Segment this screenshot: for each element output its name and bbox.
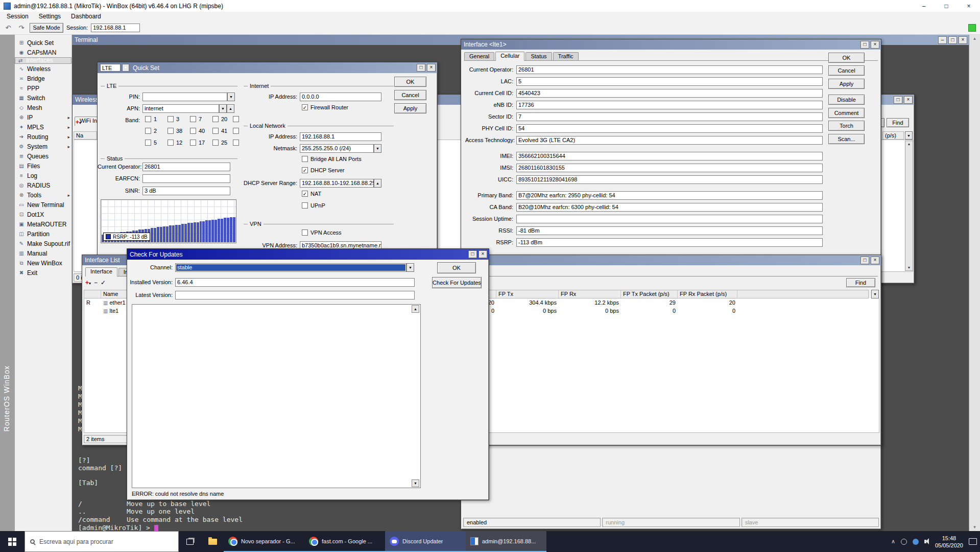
band-checkbox[interactable]: 17	[190, 139, 205, 146]
app-titlebar[interactable]: admin@192.168.88.1 (MikroTik) - WinBox (…	[0, 0, 980, 12]
columns-dropdown-icon[interactable]: ▼	[905, 131, 913, 140]
safe-mode-button[interactable]: Safe Mode	[30, 23, 63, 33]
task-view-button[interactable]	[179, 531, 201, 552]
session-field[interactable]: 192.168.88.1	[91, 24, 140, 32]
remove-button[interactable]: −	[94, 279, 98, 286]
chevron-up-icon[interactable]: ▲	[227, 104, 234, 113]
lac-field[interactable]: 5	[516, 77, 823, 86]
scroll-up-icon[interactable]: ▲	[973, 36, 977, 41]
sidebar-item-dot1x[interactable]: ⊡Dot1X	[15, 210, 71, 219]
uicc-field[interactable]: 8935101211928041698	[516, 175, 823, 184]
chevron-down-icon[interactable]: ▼	[227, 93, 235, 101]
close-icon[interactable]: ×	[959, 36, 967, 44]
current-cell-id-field[interactable]: 4540423	[516, 89, 823, 98]
disable-button[interactable]: Disable	[828, 95, 865, 105]
start-button[interactable]	[0, 531, 25, 552]
rssi-field[interactable]: -81 dBm	[516, 226, 823, 235]
restore-icon[interactable]: □	[417, 64, 425, 72]
chevron-up-icon[interactable]: ▲	[374, 179, 381, 188]
tray-app-icon[interactable]	[901, 539, 907, 545]
undo-icon[interactable]: ↶	[3, 23, 13, 32]
chevron-down-icon[interactable]: ▼	[219, 104, 227, 113]
minimize-icon[interactable]: –	[913, 0, 935, 12]
current-operator-field[interactable]: 26801	[516, 65, 823, 74]
sidebar-item-new-winbox[interactable]: ⧉New WinBox	[15, 258, 71, 268]
changelog-area[interactable]: ▲ ▼	[132, 304, 421, 488]
menu-settings[interactable]: Settings	[34, 12, 65, 20]
sector-id-field[interactable]: 7	[516, 112, 823, 121]
band-checkbox[interactable]: 1	[145, 116, 157, 123]
torch-button[interactable]: Torch	[828, 121, 865, 131]
mdi-scrollbar[interactable]: ▲ ▼	[969, 35, 980, 531]
close-icon[interactable]: ×	[958, 0, 980, 12]
imsi-field[interactable]: 268011601830155	[516, 164, 823, 172]
sidebar-item-tools[interactable]: ⊗Tools▸	[15, 190, 71, 200]
cancel-button[interactable]: Cancel	[828, 65, 865, 76]
restore-icon[interactable]: □	[861, 257, 869, 264]
nat-checkbox[interactable]: ✓NAT	[302, 190, 321, 197]
band-checkbox[interactable]: 38	[168, 127, 182, 134]
comment-button[interactable]: Comment	[828, 108, 865, 118]
sidebar-item-new-terminal[interactable]: ▭New Terminal	[15, 200, 71, 210]
find-button[interactable]: Find	[887, 118, 909, 127]
tab-traffic[interactable]: Traffic	[553, 52, 579, 60]
apply-button[interactable]: Apply	[828, 79, 865, 89]
column-header-fragment[interactable]: (p/s)	[882, 131, 904, 140]
enable-button[interactable]: ✓	[101, 279, 106, 286]
band-checkbox[interactable]: 3	[168, 116, 179, 123]
chevron-down-icon[interactable]: ▼	[122, 64, 129, 72]
sidebar-item-files[interactable]: ▤Files	[15, 161, 71, 171]
sidebar-item-manual[interactable]: ▥Manual	[15, 248, 71, 258]
menu-dashboard[interactable]: Dashboard	[66, 12, 106, 20]
lan-ip-field[interactable]: 192.168.88.1	[300, 132, 381, 141]
hidden-icons-chevron[interactable]: ∧	[891, 538, 895, 545]
internet-ip-field[interactable]: 0.0.0.0	[300, 93, 381, 101]
ok-button[interactable]: OK	[394, 77, 426, 87]
ok-button[interactable]: OK	[828, 53, 865, 63]
band-checkbox[interactable]: 7	[190, 116, 202, 123]
column-header-name[interactable]: Na	[74, 131, 97, 140]
sinr-field[interactable]: 3 dB	[142, 187, 230, 195]
action-center-icon[interactable]	[969, 538, 977, 545]
earfcn-field[interactable]	[142, 174, 230, 183]
lte-titlebar[interactable]: Interface <lte1> □ ×	[461, 39, 881, 50]
apn-field[interactable]: internet	[142, 104, 219, 113]
sidebar-item-wireless[interactable]: ∿Wireless	[15, 64, 71, 74]
phy-cell-id-field[interactable]: 54	[516, 124, 823, 133]
band-checkbox[interactable]: 25	[212, 139, 227, 146]
sidebar-item-bridge[interactable]: ≍Bridge	[15, 74, 71, 83]
terminal-prompt-line[interactable]: [admin@MikroTik] >	[78, 524, 158, 531]
maximize-icon[interactable]: □	[935, 0, 958, 12]
add-button[interactable]: +▾	[85, 279, 91, 286]
restore-icon[interactable]: □	[861, 41, 869, 49]
taskbar-app-discord[interactable]: Discord Updater	[385, 531, 466, 552]
imei-field[interactable]: 356662100315644	[516, 152, 823, 160]
chevron-down-icon[interactable]: ▼	[374, 144, 381, 153]
close-icon[interactable]: ×	[871, 257, 879, 264]
enb-id-field[interactable]: 17736	[516, 101, 823, 109]
firewall-router-checkbox[interactable]: ✓Firewall Router	[302, 104, 348, 111]
scroll-down-icon[interactable]: ▼	[412, 479, 419, 487]
scan-button[interactable]: Scan...	[828, 134, 865, 144]
primary-band-field[interactable]: B7@20Mhz earfcn: 2950 phy-cellid: 54	[516, 191, 823, 200]
taskbar-clock[interactable]: 15:48 05/05/2020	[935, 535, 963, 549]
bridge-all-lan-checkbox[interactable]: Bridge All LAN Ports	[302, 155, 362, 163]
taskbar-app-chrome-2[interactable]: fast.com - Google ...	[304, 531, 385, 552]
close-icon[interactable]: ×	[904, 96, 913, 104]
taskbar-app-chrome-1[interactable]: Novo separador - G...	[224, 531, 304, 552]
sidebar-item-metarouter[interactable]: ▣MetaROUTER	[15, 219, 71, 229]
current-operator-field[interactable]: 26801	[142, 163, 230, 171]
apply-button[interactable]: Apply	[394, 103, 426, 113]
redo-icon[interactable]: ↷	[16, 23, 27, 32]
restore-icon[interactable]: □	[894, 96, 902, 104]
sidebar-item-mpls[interactable]: ✦MPLS▸	[15, 122, 71, 132]
band-checkbox[interactable]: 5	[145, 139, 157, 146]
band-checkbox[interactable]	[233, 116, 242, 123]
restore-icon[interactable]: □	[468, 250, 477, 258]
sidebar-item-quick-set[interactable]: ⊞Quick Set	[15, 38, 71, 48]
sidebar-item-ppp[interactable]: ≈PPP	[15, 83, 71, 93]
network-icon[interactable]	[913, 539, 919, 545]
columns-dropdown-icon[interactable]: ▼	[871, 290, 879, 298]
vpn-access-checkbox[interactable]: VPN Access	[302, 229, 342, 236]
channel-combo[interactable]: stable	[175, 263, 407, 272]
